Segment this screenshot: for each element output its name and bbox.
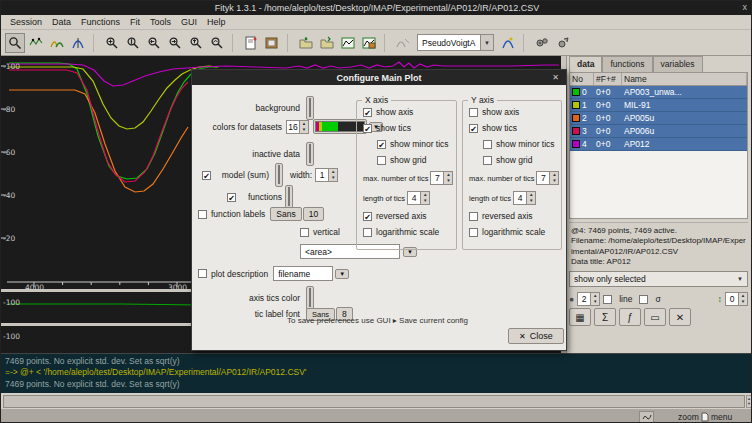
dialog-titlebar[interactable]: Configure Main Plot ✕ <box>192 70 566 85</box>
info-line: Data title: AP012 <box>571 257 746 267</box>
x-length-tics-spinner[interactable]: 4▲▼ <box>407 191 430 205</box>
sigma-checkbox[interactable] <box>639 295 648 304</box>
save-plot-image-button[interactable] <box>338 33 358 53</box>
y-length-tics-spinner[interactable]: 4▲▼ <box>513 191 536 205</box>
x-show-axis-checkbox[interactable]: ✔ <box>363 108 372 117</box>
x-reversed-label: reversed axis <box>376 211 427 221</box>
x-show-axis-label: show axis <box>376 107 413 117</box>
tick-label: 4000 <box>25 283 44 292</box>
session-button[interactable] <box>262 33 282 53</box>
shift-spinner[interactable]: 0▲▼ <box>725 292 748 306</box>
table-row[interactable]: 00+0AP003_unwa... <box>570 86 747 99</box>
table-row[interactable]: 20+0AP005u <box>570 112 747 125</box>
menu-item-fit[interactable]: Fit <box>125 16 145 28</box>
table-row[interactable]: 10+0MIL-91 <box>570 99 747 112</box>
data-range-mode-button[interactable] <box>26 33 46 53</box>
functions-label: functions <box>240 192 282 202</box>
x-show-grid-checkbox[interactable] <box>377 156 386 165</box>
fit-run-button[interactable] <box>553 33 573 53</box>
tab-functions[interactable]: functions <box>602 56 652 72</box>
y-show-axis-checkbox[interactable] <box>469 108 478 117</box>
menu-item-tools[interactable]: Tools <box>145 16 176 28</box>
zoom-mode-button[interactable] <box>5 33 25 53</box>
save-plot-image-alt-button[interactable] <box>359 33 379 53</box>
line-checkbox[interactable] <box>603 295 612 304</box>
filter-dropdown[interactable]: show only selected ▼ <box>569 271 748 287</box>
background-color-button[interactable] <box>306 96 314 120</box>
y-show-tics-checkbox[interactable]: ✔ <box>469 124 478 133</box>
x-max-tics-spinner[interactable]: 7▲▼ <box>430 171 453 185</box>
function-button[interactable]: ƒ <box>619 308 641 326</box>
zoom-vertical-button[interactable] <box>123 33 143 53</box>
fit-undo-button[interactable] <box>532 33 552 53</box>
model-checkbox[interactable]: ✔ <box>202 171 211 180</box>
dataset-colors-button[interactable]: ▦ <box>569 308 591 326</box>
model-width-spinner[interactable]: 1▲▼ <box>315 168 338 182</box>
y-show-minor-tics-checkbox[interactable] <box>483 140 492 149</box>
y-show-grid-checkbox[interactable] <box>483 156 492 165</box>
y-show-minor-tics-label: show minor tics <box>496 139 555 149</box>
vertical-checkbox[interactable] <box>300 228 309 237</box>
zoom-up-button[interactable] <box>186 33 206 53</box>
menu-item-functions[interactable]: Functions <box>76 16 125 28</box>
zoom-all-button[interactable] <box>102 33 122 53</box>
y-reversed-checkbox[interactable] <box>469 212 478 221</box>
model-color-button[interactable] <box>275 163 283 187</box>
command-input[interactable] <box>3 395 745 408</box>
tab-variables[interactable]: variables <box>653 56 703 72</box>
menu-item-data[interactable]: Data <box>47 16 76 28</box>
menubar: SessionDataFunctionsFitToolsGUIHelp <box>1 15 752 30</box>
tab-data[interactable]: data <box>569 56 602 72</box>
close-button-label: Close <box>530 331 553 341</box>
console-output[interactable]: 7469 points. No explicit std. dev. Set a… <box>1 353 752 393</box>
x-reversed-checkbox[interactable]: ✔ <box>363 212 372 221</box>
table-row[interactable]: 40+0AP012 <box>570 138 747 151</box>
function-labels-checkbox[interactable] <box>198 210 207 219</box>
toolbar-separator <box>384 34 390 52</box>
menu-item-session[interactable]: Session <box>5 16 47 28</box>
dialog-close-icon[interactable]: ✕ <box>552 73 559 82</box>
chevron-down-icon[interactable]: ▼ <box>335 269 349 279</box>
edit-script-button[interactable] <box>241 33 261 53</box>
status-menu-label: menu <box>711 412 732 422</box>
zoom-undo-button[interactable] <box>207 33 227 53</box>
auto-add-peak-button[interactable] <box>498 33 518 53</box>
run-button[interactable]: ▭ <box>644 308 666 326</box>
status-tool-button[interactable] <box>639 411 654 423</box>
x-show-minor-tics-checkbox[interactable]: ✔ <box>377 140 386 149</box>
add-peak-mode-button[interactable] <box>47 33 67 53</box>
auto-add-disabled-button[interactable] <box>393 33 413 53</box>
delete-button[interactable]: ✕ <box>669 308 691 326</box>
dialog-title: Configure Main Plot <box>337 73 422 83</box>
label-font-button[interactable]: Sans <box>270 207 301 221</box>
chevron-down-icon[interactable]: ▼ <box>480 35 493 50</box>
dialog-close-button[interactable]: ✕Close <box>508 328 564 344</box>
point-size-spinner[interactable]: 2▲▼ <box>577 292 600 306</box>
load-data-button[interactable] <box>296 33 316 53</box>
functions-color-button[interactable] <box>285 185 293 209</box>
x-show-tics-checkbox[interactable]: ✔ <box>363 124 372 133</box>
dataset-color-swatch <box>572 101 580 109</box>
plot-description-dropdown[interactable]: filename <box>273 266 333 281</box>
sum-button[interactable]: Σ <box>594 308 616 326</box>
functions-checkbox[interactable]: ✔ <box>227 193 236 202</box>
zoom-right-button[interactable] <box>165 33 185 53</box>
append-data-button[interactable] <box>317 33 337 53</box>
tick-label: 3000 <box>168 283 187 292</box>
menu-item-gui[interactable]: GUI <box>176 16 202 28</box>
menu-item-help[interactable]: Help <box>202 16 231 28</box>
y-log-checkbox[interactable] <box>469 228 478 237</box>
window-close-icon[interactable]: x <box>743 2 748 12</box>
table-row[interactable]: 30+0AP006u <box>570 125 747 138</box>
plot-description-checkbox[interactable] <box>198 269 207 278</box>
command-scrollbar[interactable]: ▲▼ <box>746 395 752 408</box>
function-type-dropdown[interactable]: PseudoVoigtA ▼ <box>417 34 494 51</box>
peak-draw-mode-button[interactable] <box>68 33 88 53</box>
y-max-tics-spinner[interactable]: 7▲▼ <box>536 171 559 185</box>
dataset-table-header: No #F+# Name <box>570 73 747 86</box>
label-font-size-button[interactable]: 10 <box>303 207 324 221</box>
dataset-color-swatch <box>572 127 580 135</box>
dataset-colors-count-spinner[interactable]: 16▲▼ <box>286 120 309 134</box>
x-log-checkbox[interactable] <box>363 228 372 237</box>
zoom-left-button[interactable] <box>144 33 164 53</box>
